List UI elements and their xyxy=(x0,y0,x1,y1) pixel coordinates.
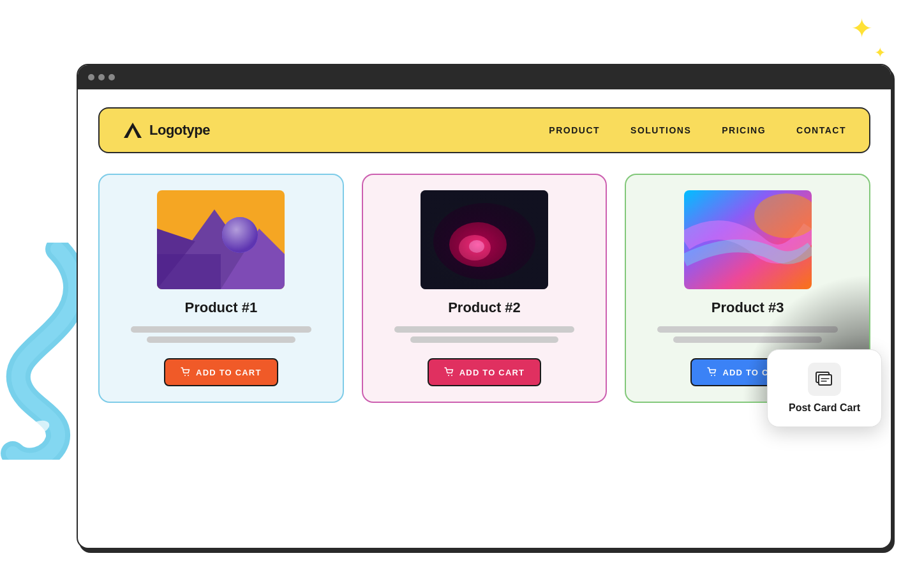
svg-point-10 xyxy=(184,375,186,376)
desc-line xyxy=(410,336,559,343)
product-name-2: Product #2 xyxy=(448,299,521,316)
desc-line xyxy=(147,336,295,343)
desc-line xyxy=(131,326,311,333)
cart-icon-box xyxy=(808,363,841,396)
titlebar-dot-1 xyxy=(88,74,94,80)
product-image-3 xyxy=(684,190,812,289)
cart-icon-2 xyxy=(444,367,454,377)
nav-item-product[interactable]: PRODUCT xyxy=(549,125,600,135)
svg-point-19 xyxy=(451,375,452,376)
nav-item-contact[interactable]: CONTACT xyxy=(796,125,846,135)
svg-rect-17 xyxy=(421,190,548,289)
add-to-cart-label-2: ADD TO CART xyxy=(459,368,525,377)
swirl-decoration xyxy=(0,243,83,460)
titlebar-dot-3 xyxy=(108,74,115,80)
products-grid: Product #1 ADD TO CART xyxy=(98,174,870,403)
star-small-icon: ✦ xyxy=(874,45,886,61)
svg-point-23 xyxy=(714,375,715,376)
svg-point-11 xyxy=(188,375,189,376)
browser-window: Logotype PRODUCT SOLUTIONS PRICING CONTA… xyxy=(77,64,892,549)
svg-point-18 xyxy=(448,375,449,376)
post-card-cart-popup: Post Card Cart xyxy=(767,349,882,427)
logo-area: Logotype xyxy=(123,120,210,140)
nav-item-pricing[interactable]: PRICING xyxy=(722,125,766,135)
desc-line xyxy=(673,336,822,343)
cart-icon-1 xyxy=(181,367,191,377)
post-card-cart-label: Post Card Cart xyxy=(789,402,860,414)
svg-rect-25 xyxy=(819,375,831,385)
navbar: Logotype PRODUCT SOLUTIONS PRICING CONTA… xyxy=(98,107,870,153)
logo-icon xyxy=(123,120,143,140)
product-name-1: Product #1 xyxy=(184,299,257,316)
product-card-2: Product #2 ADD TO CART xyxy=(362,174,607,403)
product-image-1 xyxy=(157,190,285,289)
add-to-cart-button-2[interactable]: ADD TO CART xyxy=(428,358,542,386)
add-to-cart-button-1[interactable]: ADD TO CART xyxy=(164,358,278,386)
svg-point-22 xyxy=(711,375,712,376)
browser-titlebar xyxy=(78,65,891,89)
nav-links: PRODUCT SOLUTIONS PRICING CONTACT xyxy=(549,125,846,135)
add-to-cart-label-1: ADD TO CART xyxy=(196,368,262,377)
product-image-2 xyxy=(421,190,548,289)
product-desc-1 xyxy=(115,326,327,343)
desc-line xyxy=(394,326,575,333)
product-card-3: Product #3 ADD TO CART xyxy=(625,174,870,403)
product-desc-2 xyxy=(378,326,591,343)
titlebar-dot-2 xyxy=(98,74,105,80)
product-desc-3 xyxy=(641,326,854,343)
svg-point-8 xyxy=(222,217,258,253)
browser-content: Logotype PRODUCT SOLUTIONS PRICING CONTA… xyxy=(78,89,891,421)
product-name-3: Product #3 xyxy=(712,299,784,316)
product-card-1: Product #1 ADD TO CART xyxy=(98,174,344,403)
svg-rect-9 xyxy=(157,254,221,289)
logo-text: Logotype xyxy=(149,122,210,139)
post-cart-icon xyxy=(815,370,834,389)
nav-item-solutions[interactable]: SOLUTIONS xyxy=(630,125,691,135)
star-large-icon: ✦ xyxy=(851,13,873,44)
desc-line xyxy=(657,326,838,333)
cart-icon-3 xyxy=(707,367,717,377)
